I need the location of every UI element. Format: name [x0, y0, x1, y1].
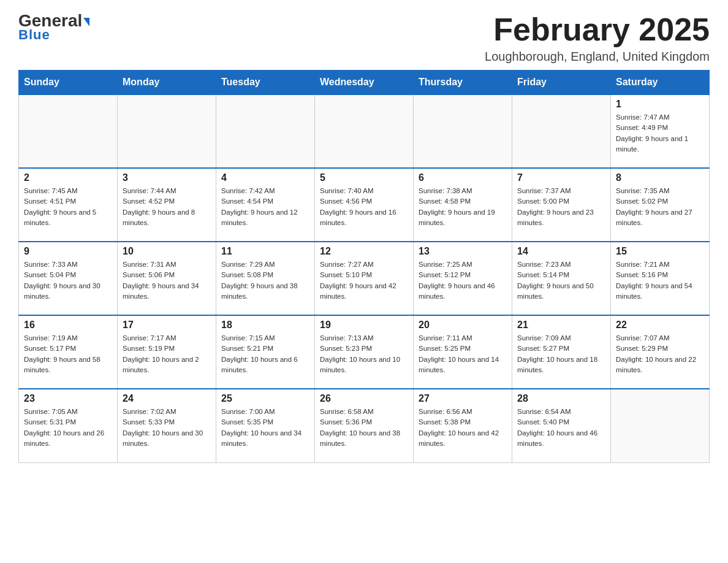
day-number: 21 — [517, 320, 605, 331]
location-text: Loughborough, England, United Kingdom — [485, 50, 710, 64]
day-info: Sunrise: 6:54 AMSunset: 5:40 PMDaylight:… — [517, 407, 605, 449]
table-row: 16Sunrise: 7:19 AMSunset: 5:17 PMDayligh… — [19, 315, 118, 389]
day-info: Sunrise: 7:15 AMSunset: 5:21 PMDaylight:… — [221, 333, 309, 375]
day-info: Sunrise: 7:13 AMSunset: 5:23 PMDaylight:… — [320, 333, 408, 375]
week-row-2: 2Sunrise: 7:45 AMSunset: 4:51 PMDaylight… — [19, 168, 710, 242]
weekday-header-row: Sunday Monday Tuesday Wednesday Thursday… — [19, 71, 710, 95]
calendar-table: Sunday Monday Tuesday Wednesday Thursday… — [18, 70, 710, 463]
table-row: 5Sunrise: 7:40 AMSunset: 4:56 PMDaylight… — [315, 168, 414, 242]
day-info: Sunrise: 7:47 AMSunset: 4:49 PMDaylight:… — [616, 112, 704, 155]
table-row: 13Sunrise: 7:25 AMSunset: 5:12 PMDayligh… — [414, 242, 512, 315]
table-row: 9Sunrise: 7:33 AMSunset: 5:04 PMDaylight… — [19, 242, 118, 315]
table-row: 21Sunrise: 7:09 AMSunset: 5:27 PMDayligh… — [512, 315, 611, 389]
day-info: Sunrise: 7:00 AMSunset: 5:35 PMDaylight:… — [221, 407, 309, 449]
week-row-4: 16Sunrise: 7:19 AMSunset: 5:17 PMDayligh… — [19, 315, 710, 389]
header-friday: Friday — [512, 71, 611, 95]
day-info: Sunrise: 7:37 AMSunset: 5:00 PMDaylight:… — [517, 186, 605, 228]
day-number: 24 — [123, 393, 211, 404]
day-info: Sunrise: 7:09 AMSunset: 5:27 PMDaylight:… — [517, 333, 605, 375]
day-number: 14 — [517, 246, 605, 257]
logo: General Blue — [18, 12, 89, 43]
table-row: 11Sunrise: 7:29 AMSunset: 5:08 PMDayligh… — [216, 242, 315, 315]
day-number: 5 — [320, 172, 408, 183]
day-number: 26 — [320, 393, 408, 404]
day-number: 6 — [419, 172, 507, 183]
day-number: 12 — [320, 246, 408, 257]
day-number: 4 — [221, 172, 309, 183]
day-info: Sunrise: 7:42 AMSunset: 4:54 PMDaylight:… — [221, 186, 309, 228]
day-number: 2 — [24, 172, 112, 183]
week-row-5: 23Sunrise: 7:05 AMSunset: 5:31 PMDayligh… — [19, 389, 710, 462]
day-info: Sunrise: 7:31 AMSunset: 5:06 PMDaylight:… — [123, 259, 211, 302]
day-info: Sunrise: 7:44 AMSunset: 4:52 PMDaylight:… — [123, 186, 211, 228]
day-info: Sunrise: 6:58 AMSunset: 5:36 PMDaylight:… — [320, 407, 408, 449]
header-thursday: Thursday — [414, 71, 512, 95]
page-header: General Blue February 2025 Loughborough,… — [18, 12, 710, 64]
day-info: Sunrise: 7:25 AMSunset: 5:12 PMDaylight:… — [419, 259, 507, 302]
day-number: 28 — [517, 393, 605, 404]
header-saturday: Saturday — [611, 71, 710, 95]
day-info: Sunrise: 7:07 AMSunset: 5:29 PMDaylight:… — [616, 333, 704, 375]
table-row: 7Sunrise: 7:37 AMSunset: 5:00 PMDaylight… — [512, 168, 611, 242]
day-info: Sunrise: 7:33 AMSunset: 5:04 PMDaylight:… — [24, 259, 112, 302]
day-number: 9 — [24, 246, 112, 257]
table-row: 22Sunrise: 7:07 AMSunset: 5:29 PMDayligh… — [611, 315, 710, 389]
table-row: 19Sunrise: 7:13 AMSunset: 5:23 PMDayligh… — [315, 315, 414, 389]
table-row: 27Sunrise: 6:56 AMSunset: 5:38 PMDayligh… — [414, 389, 512, 462]
day-number: 23 — [24, 393, 112, 404]
day-info: Sunrise: 7:19 AMSunset: 5:17 PMDaylight:… — [24, 333, 112, 375]
table-row: 6Sunrise: 7:38 AMSunset: 4:58 PMDaylight… — [414, 168, 512, 242]
day-number: 13 — [419, 246, 507, 257]
day-number: 16 — [24, 320, 112, 331]
header-monday: Monday — [118, 71, 216, 95]
day-info: Sunrise: 7:23 AMSunset: 5:14 PMDaylight:… — [517, 259, 605, 302]
day-number: 19 — [320, 320, 408, 331]
day-info: Sunrise: 7:21 AMSunset: 5:16 PMDaylight:… — [616, 259, 704, 302]
day-info: Sunrise: 7:17 AMSunset: 5:19 PMDaylight:… — [123, 333, 211, 375]
table-row: 18Sunrise: 7:15 AMSunset: 5:21 PMDayligh… — [216, 315, 315, 389]
day-number: 20 — [419, 320, 507, 331]
table-row: 8Sunrise: 7:35 AMSunset: 5:02 PMDaylight… — [611, 168, 710, 242]
day-info: Sunrise: 7:35 AMSunset: 5:02 PMDaylight:… — [616, 186, 704, 228]
table-row — [19, 94, 118, 168]
logo-text-blue: Blue — [18, 27, 50, 43]
week-row-3: 9Sunrise: 7:33 AMSunset: 5:04 PMDaylight… — [19, 242, 710, 315]
table-row: 12Sunrise: 7:27 AMSunset: 5:10 PMDayligh… — [315, 242, 414, 315]
day-number: 10 — [123, 246, 211, 257]
table-row — [414, 94, 512, 168]
table-row — [512, 94, 611, 168]
day-number: 11 — [221, 246, 309, 257]
header-sunday: Sunday — [19, 71, 118, 95]
day-number: 1 — [616, 99, 704, 110]
table-row — [118, 94, 216, 168]
table-row: 14Sunrise: 7:23 AMSunset: 5:14 PMDayligh… — [512, 242, 611, 315]
header-wednesday: Wednesday — [315, 71, 414, 95]
day-number: 27 — [419, 393, 507, 404]
table-row: 20Sunrise: 7:11 AMSunset: 5:25 PMDayligh… — [414, 315, 512, 389]
table-row: 26Sunrise: 6:58 AMSunset: 5:36 PMDayligh… — [315, 389, 414, 462]
table-row — [611, 389, 710, 462]
day-number: 17 — [123, 320, 211, 331]
title-block: February 2025 Loughborough, England, Uni… — [485, 12, 710, 64]
table-row: 3Sunrise: 7:44 AMSunset: 4:52 PMDaylight… — [118, 168, 216, 242]
table-row: 2Sunrise: 7:45 AMSunset: 4:51 PMDaylight… — [19, 168, 118, 242]
day-number: 7 — [517, 172, 605, 183]
table-row: 10Sunrise: 7:31 AMSunset: 5:06 PMDayligh… — [118, 242, 216, 315]
table-row: 4Sunrise: 7:42 AMSunset: 4:54 PMDaylight… — [216, 168, 315, 242]
day-info: Sunrise: 7:40 AMSunset: 4:56 PMDaylight:… — [320, 186, 408, 228]
table-row: 1Sunrise: 7:47 AMSunset: 4:49 PMDaylight… — [611, 94, 710, 168]
day-number: 18 — [221, 320, 309, 331]
table-row: 17Sunrise: 7:17 AMSunset: 5:19 PMDayligh… — [118, 315, 216, 389]
table-row: 28Sunrise: 6:54 AMSunset: 5:40 PMDayligh… — [512, 389, 611, 462]
week-row-1: 1Sunrise: 7:47 AMSunset: 4:49 PMDaylight… — [19, 94, 710, 168]
table-row: 24Sunrise: 7:02 AMSunset: 5:33 PMDayligh… — [118, 389, 216, 462]
day-info: Sunrise: 7:11 AMSunset: 5:25 PMDaylight:… — [419, 333, 507, 375]
table-row — [315, 94, 414, 168]
day-info: Sunrise: 7:05 AMSunset: 5:31 PMDaylight:… — [24, 407, 112, 449]
day-info: Sunrise: 7:38 AMSunset: 4:58 PMDaylight:… — [419, 186, 507, 228]
day-info: Sunrise: 7:29 AMSunset: 5:08 PMDaylight:… — [221, 259, 309, 302]
day-info: Sunrise: 6:56 AMSunset: 5:38 PMDaylight:… — [419, 407, 507, 449]
table-row: 15Sunrise: 7:21 AMSunset: 5:16 PMDayligh… — [611, 242, 710, 315]
day-info: Sunrise: 7:45 AMSunset: 4:51 PMDaylight:… — [24, 186, 112, 228]
day-info: Sunrise: 7:27 AMSunset: 5:10 PMDaylight:… — [320, 259, 408, 302]
